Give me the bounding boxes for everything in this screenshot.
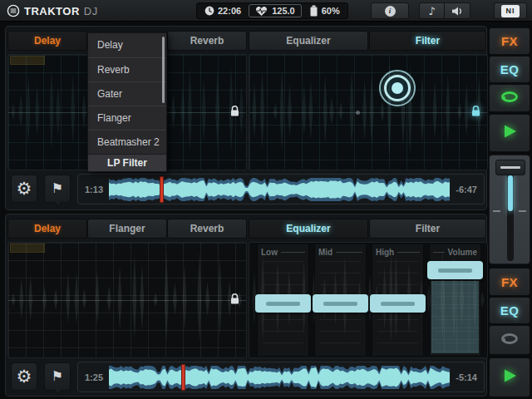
deck-a-fx-slot1-tab[interactable]: Delay: [7, 31, 87, 51]
target-dot: [392, 82, 403, 94]
deck-b-fx-button[interactable]: FX: [489, 268, 530, 296]
deck-b-filter-tab[interactable]: Filter: [369, 219, 486, 239]
eq-high-label: High: [376, 248, 420, 257]
brand-name: TRAKTOR: [24, 5, 80, 17]
deck-b-fx-pad[interactable]: [7, 242, 247, 358]
heart-pulse-icon: [255, 6, 268, 17]
eq-mid-slider-handle[interactable]: [313, 294, 368, 313]
deck-a-equalizer-tab[interactable]: Equalizer: [249, 31, 368, 51]
eq-mid-label: Mid: [318, 248, 362, 257]
eq-lane-volume[interactable]: Volume: [429, 244, 481, 356]
gear-icon: ⚙: [17, 180, 32, 198]
fx-pad-highlight: [10, 56, 45, 65]
deck-a-filter-tab[interactable]: Filter: [369, 31, 486, 51]
filter-pad-lock-icon[interactable]: [470, 105, 481, 121]
deck-a-play-button[interactable]: [489, 114, 530, 152]
traktor-logo-icon: [7, 4, 20, 17]
topbar-buttons: i ♪ NI: [371, 2, 527, 19]
overview-waveform[interactable]: [109, 365, 450, 390]
filter-touch-target[interactable]: [379, 70, 416, 106]
deck-a-cue-flag-button[interactable]: ⚑: [44, 175, 71, 203]
deck-a-fx-button[interactable]: FX: [489, 27, 530, 55]
eq-low-slider-handle[interactable]: [255, 294, 311, 313]
info-icon: i: [385, 6, 396, 17]
battery-display: 60%: [309, 5, 340, 17]
deck-b-track-overview[interactable]: 1:25 -5:14: [77, 362, 485, 392]
playhead-marker: [182, 365, 185, 390]
fx-menu-item[interactable]: Beatmasher 2: [88, 130, 166, 154]
deck-b-fx-slot1-tab[interactable]: Delay: [7, 219, 87, 239]
fx-select-dropdown: Delay Reverb Gater Flanger Beatmasher 2 …: [87, 32, 167, 172]
loop-icon: [500, 91, 520, 106]
eq-volume-label: Volume: [433, 248, 477, 257]
eq-low-label: Low: [261, 248, 305, 257]
fx-pad-lock-icon[interactable]: [229, 293, 240, 308]
fader-active-segment: [508, 175, 513, 211]
bpm-display[interactable]: 125.0: [249, 4, 302, 17]
app-brand: TRAKTOR DJ: [7, 0, 98, 22]
deck-b-fx-slot3-tab[interactable]: Reverb: [167, 219, 247, 239]
deck-a-filter-pad[interactable]: [249, 54, 488, 170]
deck-b-play-button[interactable]: [489, 357, 530, 397]
music-library-button[interactable]: ♪: [420, 3, 445, 18]
fx-pad-lock-icon[interactable]: [229, 105, 240, 121]
top-bar: TRAKTOR DJ 22:06 125.0: [0, 0, 532, 22]
playhead-marker: [160, 177, 163, 202]
info-button[interactable]: i: [371, 2, 409, 19]
remaining-time: -5:14: [456, 372, 477, 382]
fx-menu-item[interactable]: Delay: [88, 33, 166, 57]
deck-a-eq-button[interactable]: EQ: [489, 56, 530, 83]
flag-icon: ⚑: [52, 370, 63, 383]
deck-b-settings-button[interactable]: ⚙: [11, 362, 37, 391]
overview-waveform[interactable]: [109, 177, 450, 202]
volume-button[interactable]: [445, 3, 470, 18]
fx-menu-item[interactable]: Gater: [88, 81, 166, 106]
deck-b-loop-button[interactable]: [489, 325, 530, 355]
status-pill: 22:06 125.0 60%: [196, 2, 348, 19]
filter-pad-center-dot: [356, 111, 360, 115]
deck-b-cue-flag-button[interactable]: ⚑: [44, 362, 71, 391]
vertical-fader[interactable]: [489, 155, 530, 264]
bpm-value: 125.0: [272, 6, 295, 16]
clock-display: 22:06: [204, 6, 241, 16]
fx-menu-item[interactable]: Reverb: [88, 57, 166, 81]
deck-a-track-overview[interactable]: 1:13 -6:47: [77, 174, 485, 204]
fx-pad-waveform: [8, 243, 246, 357]
brand-suffix: DJ: [84, 5, 98, 17]
fx-menu-scrollbar[interactable]: [162, 37, 165, 103]
deck-a-settings-button[interactable]: ⚙: [11, 175, 37, 203]
music-note-icon: ♪: [428, 5, 435, 17]
deck-a-loop-button[interactable]: [489, 84, 530, 112]
fx-menu-selected-item[interactable]: LP Filter: [88, 154, 166, 171]
traktor-dj-screen: TRAKTOR DJ 22:06 125.0: [0, 0, 532, 399]
fader-center-mark: [493, 210, 500, 212]
deck-a: Delay Reverb Equalizer Filter: [5, 26, 487, 210]
fx-menu-item[interactable]: Flanger: [88, 106, 166, 130]
clock-value: 22:06: [218, 6, 241, 16]
remaining-time: -6:47: [456, 185, 477, 195]
ni-logo-icon: NI: [501, 5, 520, 17]
flag-icon: ⚑: [52, 182, 63, 195]
battery-icon: [309, 5, 318, 17]
deck-b: Delay Flanger Reverb Equalizer Filter Lo…: [5, 214, 487, 397]
deck-b-eq-button[interactable]: EQ: [489, 297, 530, 324]
deck-b-fx-slot2-tab[interactable]: Flanger: [87, 219, 167, 239]
eq-lane-mid[interactable]: Mid: [314, 244, 367, 356]
filter-pad-waveform: [249, 55, 487, 170]
fader-center-mark: [519, 210, 526, 212]
eq-lane-high[interactable]: High: [372, 244, 424, 356]
battery-value: 60%: [322, 6, 340, 16]
volume-level-fill: [431, 281, 479, 353]
eq-lane-low[interactable]: Low: [257, 244, 309, 356]
fader-handle[interactable]: [495, 160, 525, 175]
volume-slider-handle[interactable]: [427, 261, 483, 279]
eq-high-slider-handle[interactable]: [370, 294, 426, 313]
native-instruments-button[interactable]: NI: [494, 2, 527, 19]
clock-icon: [204, 6, 214, 16]
speaker-icon: [451, 6, 464, 17]
deck-b-equalizer-tab[interactable]: Equalizer: [249, 219, 368, 239]
loop-icon: [500, 332, 520, 348]
deck-a-fx-slot3-tab[interactable]: Reverb: [167, 31, 247, 51]
elapsed-time: 1:13: [85, 185, 103, 195]
deck-b-equalizer-panel: Low Mid High Volu: [249, 242, 488, 358]
